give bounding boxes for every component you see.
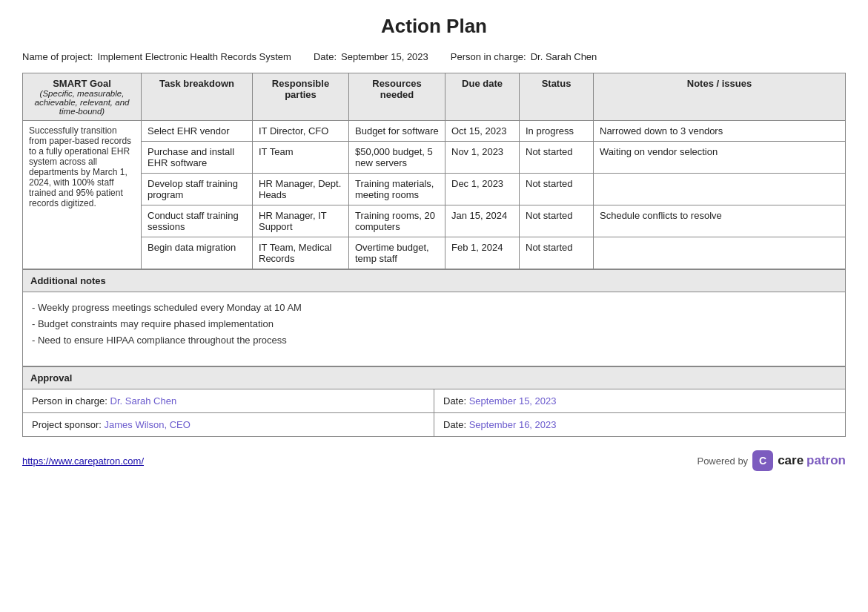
status-5: Not started	[520, 237, 594, 269]
approval-person-cell: Person in charge: Dr. Sarah Chen	[23, 389, 434, 412]
resources-5: Overtime budget, temp staff	[349, 237, 445, 269]
col-status: Status	[520, 73, 594, 121]
task-4: Conduct staff training sessions	[142, 205, 253, 237]
approval-person-date-cell: Date: September 15, 2023	[434, 389, 845, 412]
status-3: Not started	[520, 174, 594, 205]
col-due-date: Due date	[445, 73, 520, 121]
date-value: September 15, 2023	[341, 51, 428, 62]
note-line-2: - Budget constraints may require phased …	[32, 316, 836, 332]
action-plan-table: SMART Goal (Specific, measurable, achiev…	[22, 73, 846, 269]
approval-sponsor-date-value: September 16, 2023	[469, 419, 557, 430]
col-notes: Notes / issues	[594, 73, 846, 121]
brand-patron: patron	[806, 453, 846, 468]
task-5: Begin data migration	[142, 237, 253, 269]
approval-sponsor-label: Project sponsor:	[32, 419, 102, 430]
additional-notes-header: Additional notes	[22, 269, 846, 292]
approval-person-date-value: September 15, 2023	[469, 395, 557, 407]
resources-2: $50,000 budget, 5 new servers	[349, 142, 445, 174]
resources-4: Training rooms, 20 computers	[349, 205, 445, 237]
approval-section: Approval Person in charge: Dr. Sarah Che…	[22, 366, 846, 437]
carepatron-brand: carepatron	[778, 453, 846, 468]
notes-1: Narrowed down to 3 vendors	[594, 121, 846, 142]
due-date-5: Feb 1, 2024	[445, 237, 520, 269]
due-date-2: Nov 1, 2023	[445, 142, 520, 174]
additional-notes-body: - Weekly progress meetings scheduled eve…	[22, 292, 846, 366]
task-3: Develop staff training program	[142, 174, 253, 205]
approval-sponsor-value: James Wilson, CEO	[105, 419, 191, 430]
approval-header: Approval	[22, 366, 846, 389]
carepatron-link[interactable]: https://www.carepatron.com/	[22, 455, 144, 467]
approval-row-1: Person in charge: Dr. Sarah Chen Date: S…	[22, 389, 846, 413]
date-label: Date:	[314, 51, 337, 62]
carepatron-logo-icon: C	[752, 450, 773, 471]
table-row: Conduct staff training sessions HR Manag…	[23, 205, 846, 237]
notes-5	[594, 237, 846, 269]
page-title: Action Plan	[22, 15, 846, 38]
col-responsible: Responsible parties	[253, 73, 349, 121]
due-date-4: Jan 15, 2024	[445, 205, 520, 237]
resources-1: Budget for software	[349, 121, 445, 142]
col-task: Task breakdown	[142, 73, 253, 121]
notes-4: Schedule conflicts to resolve	[594, 205, 846, 237]
status-2: Not started	[520, 142, 594, 174]
status-1: In progress	[520, 121, 594, 142]
footer: https://www.carepatron.com/ Powered by C…	[22, 450, 846, 471]
responsible-4: HR Manager, IT Support	[253, 205, 349, 237]
notes-2: Waiting on vendor selection	[594, 142, 846, 174]
approval-row-2: Project sponsor: James Wilson, CEO Date:…	[22, 413, 846, 437]
responsible-2: IT Team	[253, 142, 349, 174]
approval-person-date-label: Date:	[443, 395, 466, 407]
notes-3	[594, 174, 846, 205]
approval-person-label: Person in charge:	[32, 395, 107, 407]
project-value: Implement Electronic Health Records Syst…	[97, 51, 291, 62]
col-resources: Resources needed	[349, 73, 445, 121]
task-2: Purchase and install EHR software	[142, 142, 253, 174]
task-1: Select EHR vendor	[142, 121, 253, 142]
meta-row: Name of project: Implement Electronic He…	[22, 51, 846, 62]
person-label: Person in charge:	[451, 51, 526, 62]
approval-person-value: Dr. Sarah Chen	[110, 395, 177, 407]
responsible-3: HR Manager, Dept. Heads	[253, 174, 349, 205]
due-date-1: Oct 15, 2023	[445, 121, 520, 142]
due-date-3: Dec 1, 2023	[445, 174, 520, 205]
approval-sponsor-date-cell: Date: September 16, 2023	[434, 413, 845, 436]
responsible-5: IT Team, Medical Records	[253, 237, 349, 269]
col-smart-goal: SMART Goal (Specific, measurable, achiev…	[23, 73, 142, 121]
responsible-1: IT Director, CFO	[253, 121, 349, 142]
table-row: Purchase and install EHR software IT Tea…	[23, 142, 846, 174]
table-row: Successfully transition from paper-based…	[23, 121, 846, 142]
additional-notes-section: Additional notes - Weekly progress meeti…	[22, 269, 846, 366]
brand-care: care	[778, 453, 804, 468]
note-line-1: - Weekly progress meetings scheduled eve…	[32, 300, 836, 316]
approval-sponsor-cell: Project sponsor: James Wilson, CEO	[23, 413, 434, 436]
powered-by-label: Powered by	[697, 455, 748, 467]
table-row: Begin data migration IT Team, Medical Re…	[23, 237, 846, 269]
note-line-3: - Need to ensure HIPAA compliance throug…	[32, 332, 836, 349]
status-4: Not started	[520, 205, 594, 237]
approval-sponsor-date-label: Date:	[443, 419, 466, 430]
project-label: Name of project:	[22, 51, 93, 62]
person-value: Dr. Sarah Chen	[531, 51, 597, 62]
smart-goal-cell: Successfully transition from paper-based…	[23, 121, 142, 269]
resources-3: Training materials, meeting rooms	[349, 174, 445, 205]
table-row: Develop staff training program HR Manage…	[23, 174, 846, 205]
powered-by: Powered by C carepatron	[697, 450, 846, 471]
